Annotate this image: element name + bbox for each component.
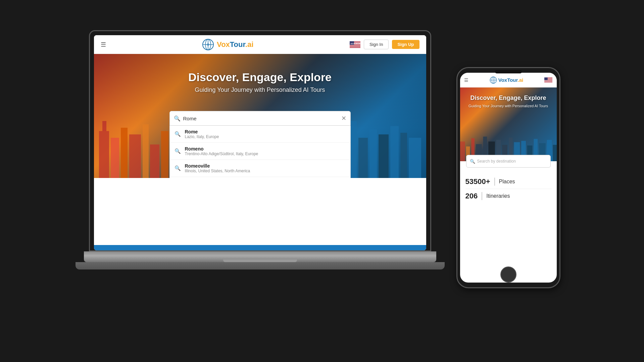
stat-divider-2 (482, 192, 482, 200)
svg-rect-62 (544, 81, 552, 81)
result-text: Romeno Trentino-Alto Adige/Südtirol, Ita… (185, 146, 258, 156)
search-dropdown: 🔍 Rome Lazio, Italy, Europe 🔍 Romeno (169, 126, 351, 178)
search-magnifier-icon: 🔍 (174, 115, 181, 122)
stat-divider (494, 178, 495, 186)
search-result-item[interactable]: 🔍 Romeno Trentino-Alto Adige/Südtirol, I… (170, 143, 350, 160)
phone-brand-name: VoxTour.ai (498, 77, 523, 83)
clear-search-icon[interactable]: ✕ (341, 115, 346, 121)
hero-section: Discover, Engage, Explore Guiding Your J… (94, 54, 426, 178)
search-result-item[interactable]: 🔍 Rome Lazio, Italy, Europe (170, 126, 350, 143)
globe-icon (202, 39, 214, 51)
svg-rect-12 (350, 45, 360, 45)
result-name: Rome (185, 129, 219, 134)
svg-rect-13 (350, 45, 360, 46)
laptop-device: ☰ VoxTour.ai (84, 30, 436, 332)
phone-stats: 53500+ Places 206 Itineraries (460, 169, 557, 208)
svg-rect-65 (460, 141, 465, 161)
stat-places-number: 53500+ (465, 177, 490, 186)
phone-hero-subtitle: Guiding Your Journey with Personalized A… (462, 104, 555, 108)
stat-places-label: Places (499, 179, 515, 185)
laptop-screen: ☰ VoxTour.ai (94, 35, 426, 250)
search-result-item[interactable]: 🔍 Romeoville Illinois, United States, No… (170, 160, 350, 177)
signup-button[interactable]: Sign Up (392, 40, 419, 49)
result-search-icon: 🔍 (175, 148, 181, 154)
result-search-icon: 🔍 (175, 165, 181, 171)
stat-itineraries-number: 206 (465, 192, 478, 200)
svg-rect-16 (350, 47, 360, 47)
phone-brand: VoxTour.ai (490, 76, 523, 84)
phone-search-icon: 🔍 (470, 159, 475, 164)
hamburger-icon[interactable]: ☰ (101, 41, 106, 48)
result-text: Rome Lazio, Italy, Europe (185, 129, 219, 139)
hero-title: Discover, Engage, Explore (94, 71, 426, 84)
search-container: 🔍 ✕ 🔍 Rome Lazio, Italy, Europe (169, 111, 351, 178)
phone-hero: Discover, Engage, Explore Guiding Your J… (460, 87, 557, 161)
svg-text:★★★★★★: ★★★★★★ (350, 43, 360, 45)
search-result-item[interactable]: 🔍 City of Rome New York, United States, … (170, 177, 350, 178)
result-text: Romeoville Illinois, United States, Nort… (185, 163, 250, 173)
phone-home-button[interactable] (500, 266, 516, 283)
navbar: ☰ VoxTour.ai (94, 35, 426, 54)
phone-flag-icon (544, 77, 552, 82)
stat-places-row: 53500+ Places (465, 175, 551, 189)
phone-search-placeholder: Search by destination (477, 159, 516, 164)
svg-rect-15 (350, 46, 360, 47)
result-name: Romeno (185, 146, 258, 152)
svg-rect-80 (553, 145, 557, 161)
svg-rect-63 (544, 82, 552, 82)
signin-button[interactable]: Sign In (364, 40, 389, 49)
phone-hero-title: Discover, Engage, Explore (465, 94, 551, 102)
phone-device: ☰ VoxTour.ai (456, 67, 560, 295)
phone-search-bar[interactable]: 🔍 Search by destination (466, 155, 551, 168)
search-input[interactable] (183, 116, 341, 121)
svg-rect-61 (544, 80, 552, 80)
brand-logo-group: VoxTour.ai (202, 39, 253, 51)
phone-bezel: ☰ VoxTour.ai (456, 67, 560, 288)
stat-itineraries-row: 206 Itineraries (465, 189, 551, 203)
result-search-icon: 🔍 (175, 131, 181, 137)
search-bar[interactable]: 🔍 ✕ (169, 111, 351, 126)
phone-globe-icon (490, 76, 497, 84)
laptop-bezel: ☰ VoxTour.ai (89, 30, 431, 251)
result-sub: Trentino-Alto Adige/Südtirol, Italy, Eur… (185, 152, 258, 156)
phone-notch (495, 70, 522, 73)
svg-rect-17 (350, 47, 360, 48)
svg-rect-14 (350, 46, 360, 46)
result-name: Romeoville (185, 163, 250, 169)
result-sub: Illinois, United States, North America (185, 169, 250, 173)
laptop-base (84, 251, 436, 262)
phone-screen: ☰ VoxTour.ai (460, 73, 557, 283)
hero-text: Discover, Engage, Explore Guiding Your J… (94, 71, 426, 94)
laptop-bottom (76, 262, 445, 269)
navbar-actions: ★★★★★★ Sign In Sign Up (350, 40, 419, 49)
hero-subtitle: Guiding Your Journey with Personalized A… (94, 86, 426, 94)
all-tours-banner[interactable]: All Our Tours (94, 245, 426, 250)
brand-name: VoxTour.ai (217, 40, 253, 49)
svg-rect-64 (544, 77, 548, 80)
svg-point-4 (207, 43, 209, 46)
phone-navbar: ☰ VoxTour.ai (460, 73, 557, 87)
flag-us-icon: ★★★★★★ (350, 41, 360, 48)
stat-itineraries-label: Itineraries (486, 193, 510, 199)
result-sub: Lazio, Italy, Europe (185, 134, 219, 139)
phone-hamburger-icon[interactable]: ☰ (464, 77, 468, 83)
